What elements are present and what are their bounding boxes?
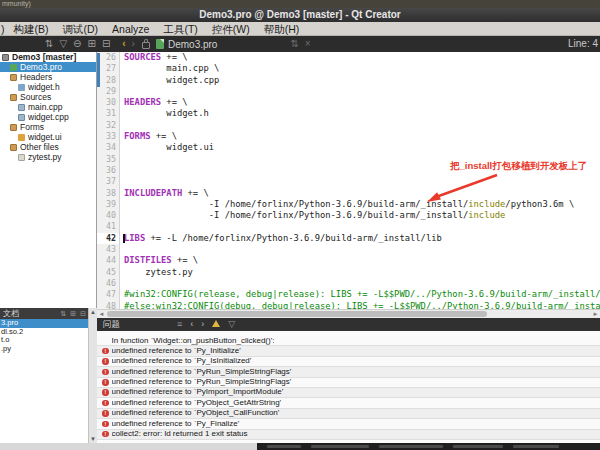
open-document-item[interactable]: t.o xyxy=(0,336,88,345)
open-document-item[interactable]: dl.so.2 xyxy=(0,328,88,337)
code-line-37[interactable] xyxy=(121,176,600,187)
code-line-48[interactable]: #else:win32:CONFIG(debug, debug|release)… xyxy=(121,301,600,309)
issue-row[interactable]: !undefined reference to `PyRun_SimpleStr… xyxy=(97,367,600,377)
code-line-46[interactable] xyxy=(121,278,600,289)
filter-icon[interactable]: ▽ xyxy=(224,318,239,331)
expand-all-icon[interactable]: ⊞ xyxy=(87,36,95,52)
tree-item-sources[interactable]: Sources xyxy=(0,92,96,102)
menu-item[interactable]: Analyze xyxy=(105,22,156,36)
combo-arrows-icon[interactable]: ⇅ xyxy=(45,36,53,52)
code-line-39[interactable]: -I /home/forlinx/Python-3.6.9/build-arm/… xyxy=(121,199,600,210)
code-lines[interactable]: SOURCES += \ main.cpp \ widget.cppHEADER… xyxy=(121,52,600,309)
tab-label[interactable]: Demo3.pro xyxy=(168,39,217,50)
menu-item[interactable]: 工具(T) xyxy=(156,22,204,36)
issue-row[interactable]: !undefined reference to `PyObject_CallFu… xyxy=(97,409,600,419)
scroll-up-icon[interactable]: ▲ xyxy=(89,309,97,315)
line-number: 26 xyxy=(97,52,119,63)
code-line-42[interactable]: LIBS += -L /home/forlinx/Python-3.6.9/bu… xyxy=(121,233,600,244)
split-icon[interactable]: ⊞ xyxy=(68,308,78,319)
back-arrow-icon[interactable]: ‹ xyxy=(122,36,125,52)
tree-item-widget-cpp[interactable]: widget.cpp xyxy=(0,112,96,122)
lock-icon xyxy=(142,42,150,49)
tree-item-widget-ui[interactable]: widget.ui xyxy=(0,132,96,142)
code-line-29[interactable] xyxy=(121,86,600,97)
code-line-27[interactable]: main.cpp \ xyxy=(121,63,600,74)
sync-with-editor-icon[interactable]: ⊖ xyxy=(73,36,81,52)
error-icon: ! xyxy=(102,348,109,355)
menu-item[interactable]: 帮助(H) xyxy=(257,22,307,36)
open-documents-scrollbar[interactable]: ▲ ▼ xyxy=(88,308,97,443)
show-warnings-icon[interactable] xyxy=(212,320,220,327)
error-icon: ! xyxy=(102,358,109,365)
tree-item-forms[interactable]: Forms xyxy=(0,122,96,132)
code-line-32[interactable] xyxy=(121,120,600,131)
issue-text: In function `Widget::on_pushButton_click… xyxy=(112,336,600,346)
tree-item-widget-h[interactable]: widget.h xyxy=(0,82,96,92)
tree-item-main-cpp[interactable]: main.cpp xyxy=(0,102,96,112)
issue-text: undefined reference to `Py_Initialize' xyxy=(112,346,600,356)
code-line-40[interactable]: -I /home/forlinx/Python-3.6.9/build-arm/… xyxy=(121,210,600,221)
code-line-44[interactable]: DISTFILES += \ xyxy=(121,255,600,266)
issue-row[interactable]: !undefined reference to `Py_IsInitialize… xyxy=(97,357,600,367)
code-line-43[interactable] xyxy=(121,244,600,255)
issue-text: undefined reference to `PyRun_SimpleStri… xyxy=(112,377,600,387)
code-line-41[interactable] xyxy=(121,221,600,232)
issue-row[interactable]: !undefined reference to `PyObject_GetAtt… xyxy=(97,398,600,408)
editor-horizontal-scrollbar[interactable]: ◄ ► xyxy=(97,309,600,318)
issue-row[interactable]: !undefined reference to `PyImport_Import… xyxy=(97,388,600,398)
tree-item-demo3-master-[interactable]: Demo3 [master] xyxy=(0,52,96,62)
error-icon: ! xyxy=(102,431,109,438)
code-line-31[interactable]: widget.h xyxy=(121,108,600,119)
line-number: 28 xyxy=(97,75,119,86)
tree-item-other-files[interactable]: Other files xyxy=(0,142,96,152)
line-column-indicator: Line: 4 xyxy=(568,36,598,52)
close-split-icon[interactable]: ⊟ xyxy=(78,308,88,319)
next-issue-icon[interactable]: › xyxy=(197,318,208,331)
code-line-34[interactable]: widget.ui xyxy=(121,142,600,153)
document-tab[interactable]: ‹ › Demo3.pro ⇅ × xyxy=(119,36,313,52)
issue-row[interactable]: !undefined reference to `PyRun_SimpleStr… xyxy=(97,378,600,388)
open-document-item[interactable]: .py xyxy=(0,345,88,354)
collapse-all-icon[interactable]: ⊟ xyxy=(102,36,110,52)
error-icon: ! xyxy=(102,410,109,417)
menu-item[interactable]: 构建(B) xyxy=(7,22,56,36)
split-icon[interactable]: ⇅ xyxy=(290,36,298,52)
issue-row[interactable]: !undefined reference to `Py_Initialize'w… xyxy=(97,346,600,356)
code-line-26[interactable]: SOURCES += \ xyxy=(121,52,600,63)
issue-row[interactable]: !undefined reference to `Py_Finalize'wid xyxy=(97,419,600,429)
tree-item-headers[interactable]: Headers xyxy=(0,72,96,82)
issues-list: In function `Widget::on_pushButton_click… xyxy=(97,336,600,440)
combo-arrows-icon[interactable]: ⇅ xyxy=(58,308,68,319)
prev-issue-icon[interactable]: ‹ xyxy=(186,318,197,331)
scroll-down-icon[interactable]: ▼ xyxy=(89,436,97,442)
code-line-33[interactable]: FORMS += \ xyxy=(121,131,600,142)
text-cursor xyxy=(123,234,125,243)
code-line-45[interactable]: zytest.py xyxy=(121,267,600,278)
tree-item-zytest-py[interactable]: zytest.py xyxy=(0,152,96,162)
menu-item[interactable]: 控件(W) xyxy=(205,22,257,36)
open-documents-panel: 文档 ⇅ ⊞ ⊟ 3.prodl.so.2t.o.py xyxy=(0,308,88,443)
scrollbar-handle[interactable] xyxy=(107,311,487,317)
close-icon[interactable]: × xyxy=(305,36,311,52)
issue-text: undefined reference to `PyRun_SimpleStri… xyxy=(112,367,600,377)
forward-arrow-icon[interactable]: › xyxy=(132,36,135,52)
line-number: 27 xyxy=(97,63,119,74)
menu-item[interactable]: 调试(D) xyxy=(56,22,106,36)
issue-text: undefined reference to `PyObject_CallFun… xyxy=(112,408,600,418)
tree-item-demo3-pro[interactable]: Demo3.pro xyxy=(0,62,96,72)
code-editor[interactable]: 2627282930313233343536373839404142434445… xyxy=(97,52,600,309)
code-line-30[interactable]: HEADERS += \ xyxy=(121,97,600,108)
code-line-28[interactable]: widget.cpp xyxy=(121,75,600,86)
output-pane-buttons-bar[interactable] xyxy=(257,443,600,450)
code-line-47[interactable]: #win32:CONFIG(release, debug|release): L… xyxy=(121,289,600,300)
filter-icon[interactable]: ▽ xyxy=(59,36,67,52)
issue-row[interactable]: In function `Widget::on_pushButton_click… xyxy=(97,336,600,346)
code-line-38[interactable]: INCLUDEPATH += \ xyxy=(121,188,600,199)
sort-icon[interactable]: ≡ xyxy=(173,318,186,331)
issue-row[interactable]: !collect2: error: ld returned 1 exit sta… xyxy=(97,430,600,440)
other-folder-icon xyxy=(10,144,17,151)
issue-text: undefined reference to `Py_IsInitialized… xyxy=(112,356,600,366)
scroll-right-icon[interactable]: ► xyxy=(591,310,600,318)
scroll-left-icon[interactable]: ◄ xyxy=(97,310,106,318)
ui-file-icon xyxy=(18,134,25,141)
